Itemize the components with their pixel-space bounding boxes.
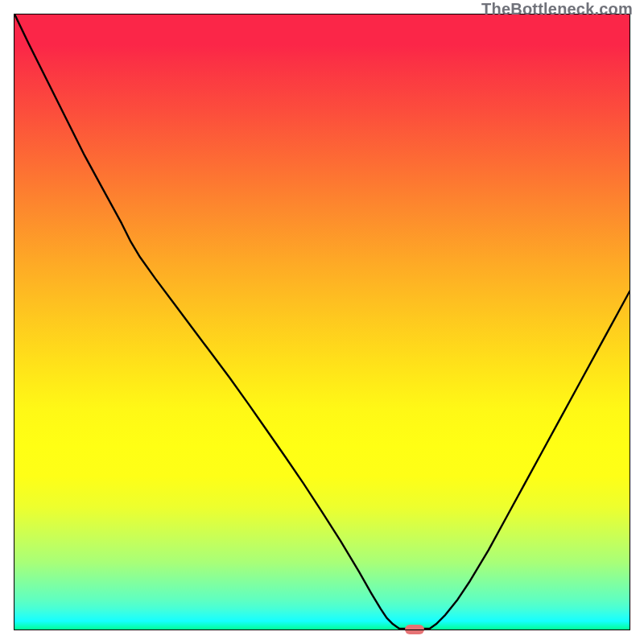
- bottleneck-chart: TheBottleneck.com: [0, 0, 644, 644]
- gradient-background: [14, 14, 630, 630]
